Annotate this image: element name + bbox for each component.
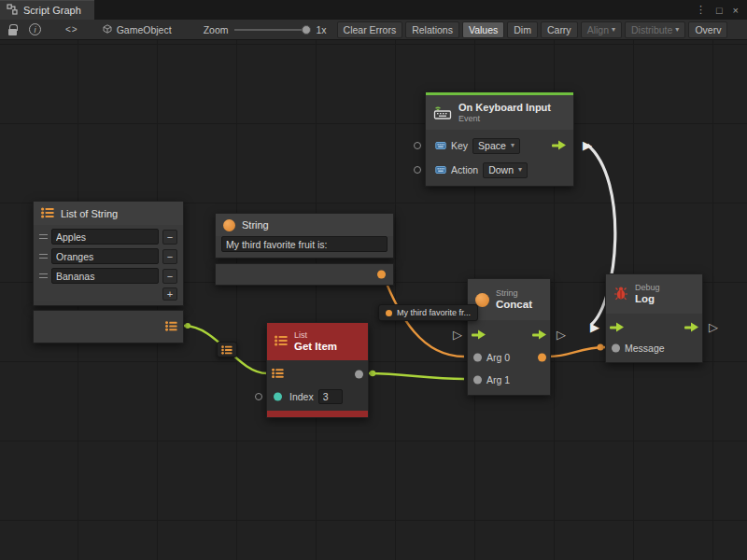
relations-button[interactable]: Relations — [405, 21, 459, 38]
caret-down-icon: ▾ — [518, 166, 522, 174]
script-graph-icon — [7, 4, 18, 17]
list-item-row: − — [39, 268, 177, 284]
keyboard-event-icon — [433, 105, 452, 121]
add-item-button[interactable]: + — [162, 287, 177, 301]
list-item-input[interactable] — [51, 268, 159, 284]
values-button[interactable]: Values — [462, 21, 504, 38]
info-icon[interactable]: i — [29, 21, 41, 38]
flow-output-port[interactable] — [532, 330, 546, 341]
list-icon — [41, 207, 54, 220]
drag-handle-icon[interactable] — [39, 254, 48, 259]
gameobject-icon — [103, 24, 112, 35]
flow-input-port[interactable] — [610, 323, 624, 333]
node-category: Debug — [635, 283, 660, 293]
node-string-literal[interactable]: String — [215, 213, 394, 286]
distribute-button[interactable]: Distribute▾ — [625, 21, 685, 38]
align-button[interactable]: Align▾ — [581, 21, 622, 38]
list-wire-badge — [217, 342, 237, 357]
drag-handle-icon[interactable] — [39, 273, 48, 278]
flow-port-triangle: ▷ — [709, 321, 718, 333]
node-subtitle: Event — [458, 114, 551, 124]
caret-down-icon: ▾ — [511, 142, 514, 149]
list-item-input[interactable] — [51, 248, 159, 264]
code-icon[interactable]: <> — [65, 21, 78, 38]
node-concat[interactable]: String Concat ▷ ▷ Arg 0 Arg 1 — [467, 278, 551, 396]
string-type-icon — [223, 219, 235, 231]
node-title: Log — [635, 293, 660, 305]
maximize-icon[interactable]: □ — [716, 5, 723, 16]
remove-item-button[interactable]: − — [162, 230, 177, 245]
zoom-slider[interactable] — [234, 29, 309, 31]
title-bar: Script Graph ⋮ □ × — [0, 0, 747, 20]
string-value-dot-icon — [386, 310, 392, 316]
arg0-input-port[interactable] — [473, 354, 482, 362]
list-item-row: − — [39, 248, 177, 264]
flow-output-port[interactable] — [684, 323, 698, 333]
index-label: Index — [289, 391, 314, 402]
zoom-slider-handle[interactable] — [302, 25, 311, 35]
flow-wire-end-triangle: ▶ — [590, 321, 599, 333]
remove-item-button[interactable]: − — [162, 269, 177, 284]
tab-script-graph[interactable]: Script Graph — [0, 0, 94, 20]
clear-errors-button[interactable]: Clear Errors — [337, 21, 403, 38]
string-output-port[interactable] — [377, 271, 386, 279]
index-input-port[interactable] — [274, 393, 282, 401]
zoom-label: Zoom — [204, 24, 229, 35]
arg1-input-port[interactable] — [473, 376, 482, 385]
caret-down-icon: ▾ — [612, 26, 615, 34]
action-input-port[interactable] — [414, 166, 421, 174]
list-output-port[interactable] — [165, 321, 177, 333]
action-label: Action — [451, 164, 478, 175]
close-icon[interactable]: × — [733, 5, 739, 16]
list-unit-footer-bar — [267, 411, 368, 417]
list-icon — [275, 335, 288, 348]
node-get-item[interactable]: List Get Item Index — [266, 322, 369, 418]
node-title: On Keyboard Input — [458, 102, 551, 114]
zoom-value: 1x — [316, 24, 326, 35]
drag-handle-icon[interactable] — [39, 234, 48, 239]
node-title: List of String — [61, 208, 118, 219]
remove-item-button[interactable]: − — [162, 249, 177, 264]
key-dropdown[interactable]: Space ▾ — [472, 138, 520, 154]
node-list-of-string[interactable]: List of String − − − + — [33, 201, 184, 343]
message-label: Message — [625, 343, 665, 354]
overview-button[interactable]: Overv — [688, 21, 727, 38]
action-dropdown[interactable]: Down ▾ — [483, 162, 528, 178]
list-item-input[interactable] — [51, 229, 159, 245]
window-menu-icon[interactable]: ⋮ — [696, 4, 706, 16]
window-controls: ⋮ □ × — [687, 0, 747, 20]
item-output-port[interactable] — [355, 371, 363, 379]
node-title: Concat — [496, 299, 532, 311]
carry-button[interactable]: Carry — [541, 21, 578, 38]
result-output-port[interactable] — [538, 354, 546, 362]
keycode-icon — [435, 141, 446, 150]
key-input-port[interactable] — [414, 142, 421, 149]
node-log[interactable]: Debug Log ▶ ▷ Message — [605, 273, 703, 363]
graph-toolbar: i <> GameObject Zoom 1x Clear Errors Rel… — [0, 20, 747, 40]
list-input-port[interactable] — [272, 369, 284, 381]
node-on-keyboard-input[interactable]: On Keyboard Input Event Key Space ▾ ▶ — [425, 91, 574, 187]
node-title: String — [242, 219, 269, 231]
flow-input-port[interactable] — [472, 330, 486, 341]
node-category: String — [496, 288, 532, 299]
tab-title: Script Graph — [23, 5, 81, 16]
graph-canvas[interactable]: List of String − − − + — [0, 40, 747, 560]
list-item-row: − — [39, 229, 177, 245]
message-input-port[interactable] — [612, 344, 620, 353]
flow-output-port[interactable] — [552, 141, 566, 151]
arg0-label: Arg 0 — [486, 352, 510, 363]
wire-value-preview: My third favorite fr... — [378, 304, 478, 321]
flow-port-triangle: ▷ — [557, 329, 566, 341]
lock-icon[interactable] — [8, 21, 17, 38]
gameobject-button[interactable]: GameObject — [103, 24, 172, 35]
index-input[interactable] — [318, 389, 343, 404]
string-value-input[interactable] — [221, 236, 388, 252]
dim-button[interactable]: Dim — [507, 21, 538, 38]
flow-port-triangle: ▷ — [453, 329, 462, 341]
arg1-label: Arg 1 — [486, 374, 510, 385]
index-unconnected-port[interactable] — [255, 393, 262, 400]
caret-down-icon: ▾ — [675, 26, 679, 34]
key-label: Key — [451, 140, 468, 151]
node-title: Get Item — [294, 341, 337, 353]
flow-wire-start-triangle: ▶ — [583, 139, 592, 151]
